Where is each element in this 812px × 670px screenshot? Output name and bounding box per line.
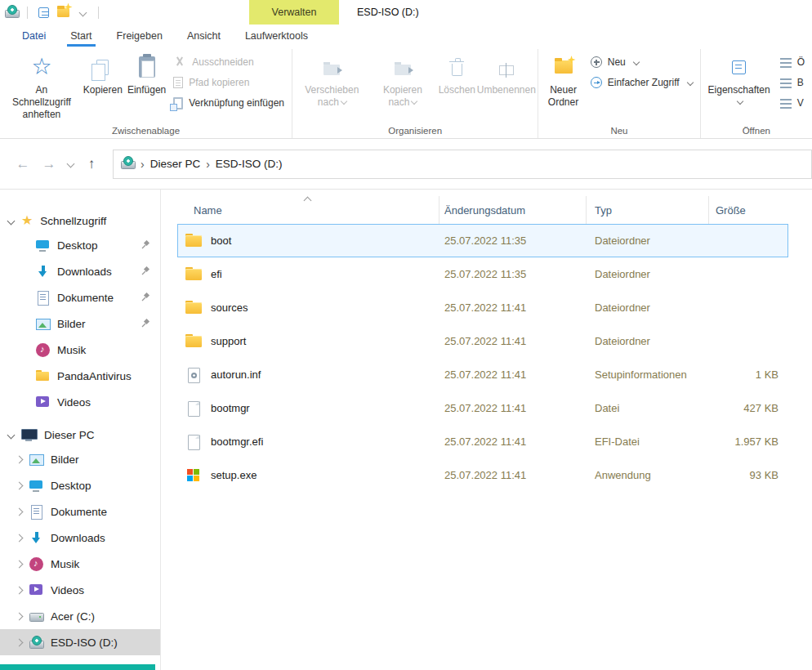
paste-button[interactable]: Einfügen — [125, 49, 168, 96]
file-row[interactable]: bootmgr 25.07.2022 11:41 Datei 427 KB — [177, 391, 788, 425]
sidebar-item[interactable]: Desktop — [0, 472, 160, 498]
sidebar-item-label: Dokumente — [51, 506, 107, 518]
file-row[interactable]: efi 25.07.2022 11:35 Dateiordner — [177, 257, 788, 291]
back-button[interactable]: ← — [10, 157, 36, 171]
copy-path-button[interactable]: Pfad kopieren — [173, 74, 284, 91]
sidebar-item[interactable]: Bilder — [0, 446, 160, 472]
open-group-partial-button[interactable]: Ö — [780, 54, 805, 70]
sidebar-item[interactable]: PandaAntivirus — [0, 363, 160, 389]
new-folder-button[interactable]: Neuer Ordner — [541, 49, 585, 109]
copy-label: Kopieren — [83, 84, 123, 96]
chevron-right-icon[interactable] — [16, 455, 24, 463]
chevron-down-icon — [411, 98, 417, 105]
this-pc-header[interactable]: Dieser PC — [0, 423, 160, 446]
new-item-label: Neu — [608, 56, 626, 68]
file-type: Anwendung — [587, 469, 709, 481]
file-size: 93 KB — [709, 469, 787, 481]
sidebar-item-label: Videos — [51, 584, 84, 596]
chevron-right-icon[interactable] — [16, 560, 24, 568]
sidebar-item[interactable]: Acer (C:) — [0, 603, 160, 629]
copy-button[interactable]: Kopieren — [81, 49, 125, 96]
move-to-button[interactable]: Verschieben nach — [295, 49, 369, 109]
file-date: 25.07.2022 11:41 — [439, 402, 587, 414]
chevron-right-icon[interactable] — [16, 586, 24, 594]
file-row[interactable]: boot 25.07.2022 11:35 Dateiordner — [177, 224, 788, 257]
sidebar-item[interactable]: Bilder — [0, 310, 160, 337]
open-group-partial-button[interactable]: V — [780, 95, 805, 111]
quick-access-header[interactable]: ★ Schnellzugriff — [0, 209, 160, 232]
file-icon — [185, 234, 203, 248]
breadcrumb-label: Dieser PC — [150, 158, 201, 170]
sidebar-item[interactable]: Musik — [0, 337, 160, 363]
recent-locations-chevron-icon[interactable] — [62, 161, 78, 167]
breadcrumb-item[interactable]: › Dieser PC — [141, 158, 200, 171]
menu-tab[interactable]: Freigeben — [105, 25, 175, 47]
file-size: 1.957 KB — [709, 436, 787, 448]
file-row[interactable]: support 25.07.2022 11:41 Dateiordner — [177, 324, 788, 358]
chevron-down-icon[interactable] — [7, 217, 16, 225]
sidebar-item[interactable]: Dokumente — [0, 284, 160, 310]
file-row[interactable]: bootmgr.efi 25.07.2022 11:41 EFI-Datei 1… — [177, 425, 788, 458]
sidebar-item[interactable]: Videos — [0, 389, 160, 415]
sidebar-item[interactable]: ESD-ISO (D:) — [0, 629, 160, 655]
pin-to-quick-access-button[interactable]: ☆ An Schnellzugriff anheften — [2, 49, 81, 121]
column-header[interactable]: Name — [177, 196, 439, 224]
open-group-partial-icon — [780, 99, 792, 109]
menu-tab[interactable]: Ansicht — [175, 25, 233, 47]
cut-button[interactable]: Ausschneiden — [173, 54, 284, 70]
column-header-label: Größe — [716, 204, 746, 217]
menu-tab[interactable]: Start — [58, 25, 104, 47]
file-date: 25.07.2022 11:41 — [439, 436, 587, 448]
menu-tab[interactable]: Laufwerktools — [233, 25, 320, 47]
breadcrumb: › Dieser PC › ESD-ISO (D:) — [141, 158, 283, 171]
quick-toolbar-chevron-down-icon[interactable] — [73, 2, 92, 22]
delete-button[interactable]: Löschen — [436, 49, 477, 96]
sidebar-item[interactable]: Dokumente — [0, 498, 160, 525]
sidebar-item[interactable]: Videos — [0, 577, 160, 603]
file-date: 25.07.2022 11:41 — [439, 368, 587, 381]
chevron-down-icon[interactable] — [7, 431, 16, 439]
properties-button[interactable]: Eigenschaften — [703, 49, 775, 109]
open-group-partial-icon — [780, 58, 792, 68]
column-header[interactable]: Größe — [708, 196, 786, 224]
open-group-partial-button[interactable]: B — [780, 74, 805, 91]
chevron-right-icon[interactable] — [16, 534, 24, 542]
new-item-button[interactable]: Neu — [591, 54, 693, 70]
file-row[interactable]: autorun.inf 25.07.2022 11:41 Setupinform… — [177, 358, 788, 391]
chevron-right-icon[interactable] — [16, 481, 24, 489]
file-row[interactable]: sources 25.07.2022 11:41 Dateiordner — [177, 291, 788, 324]
chevron-down-icon — [686, 79, 693, 86]
rename-button[interactable]: Umbenennen — [477, 49, 535, 96]
file-type: Setupinformationen — [587, 368, 709, 381]
quick-toolbar-new-folder-icon[interactable] — [53, 2, 73, 22]
ribbon-group-new: Neuer Ordner Neu Einfacher Zugriff Neu — [538, 49, 700, 138]
column-header[interactable]: Änderungsdatum — [439, 196, 586, 224]
quick-access-items: Desktop Downloads Dokumente — [0, 232, 160, 415]
sort-ascending-icon — [304, 197, 312, 205]
quick-toolbar-properties-icon[interactable] — [33, 2, 53, 22]
column-header[interactable]: Typ — [586, 196, 708, 224]
sidebar-item[interactable]: Downloads — [0, 525, 160, 551]
copy-to-button[interactable]: Kopieren nach — [369, 49, 437, 109]
address-bar[interactable]: › Dieser PC › ESD-ISO (D:) — [113, 150, 812, 179]
forward-button[interactable]: → — [36, 157, 62, 171]
file-icon — [185, 334, 203, 349]
paste-shortcut-button[interactable]: Verknüpfung einfügen — [173, 95, 284, 111]
file-name: autorun.inf — [211, 368, 261, 381]
chevron-right-icon[interactable] — [16, 612, 24, 620]
sidebar-item[interactable]: Downloads — [0, 258, 160, 284]
ribbon-tab-bar: Datei Start Freigeben Ansicht Laufwerkto… — [0, 25, 812, 47]
column-header-label: Name — [194, 204, 222, 217]
manage-contextual-tab[interactable]: Verwalten — [249, 0, 339, 25]
breadcrumb-item[interactable]: › ESD-ISO (D:) — [206, 158, 282, 171]
sidebar-item[interactable]: Musik — [0, 551, 160, 577]
menu-tab[interactable]: Datei — [10, 25, 58, 47]
chevron-right-icon[interactable] — [16, 638, 24, 646]
file-name: support — [211, 335, 246, 347]
chevron-right-icon[interactable] — [16, 507, 24, 516]
sidebar-item[interactable]: Desktop — [0, 232, 160, 258]
sidebar-item-icon — [29, 505, 43, 519]
up-button[interactable]: ↑ — [78, 157, 105, 171]
easy-access-button[interactable]: Einfacher Zugriff — [591, 74, 693, 91]
file-row[interactable]: setup.exe 25.07.2022 11:41 Anwendung 93 … — [177, 458, 788, 492]
